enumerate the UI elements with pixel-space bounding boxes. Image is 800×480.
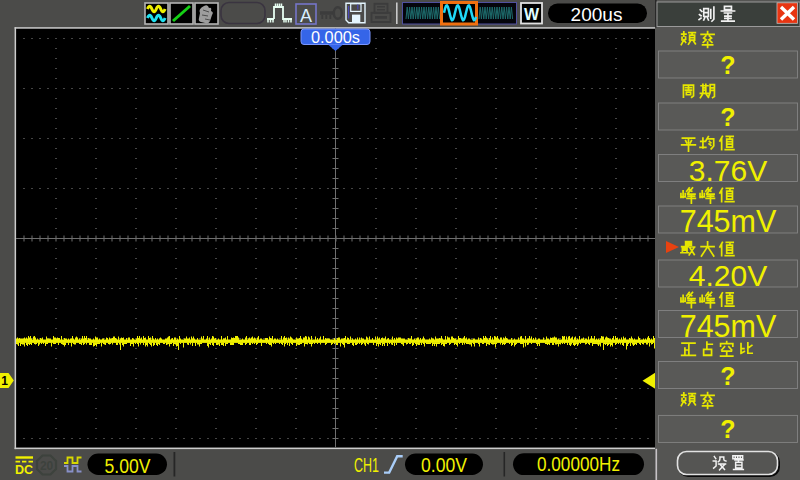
svg-text:745mV: 745mV [680, 309, 777, 343]
svg-text:A: A [300, 6, 312, 26]
svg-text:?: ? [720, 51, 735, 79]
svg-text:?: ? [720, 415, 735, 443]
svg-text:W: W [524, 6, 540, 23]
svg-text:?: ? [720, 362, 735, 390]
svg-text:745mV: 745mV [680, 204, 777, 238]
svg-text:3.76V: 3.76V [689, 154, 767, 187]
svg-text:0.000s: 0.000s [311, 29, 360, 46]
svg-text:200us: 200us [571, 4, 623, 25]
svg-text:1: 1 [1, 374, 8, 388]
svg-text:4.20V: 4.20V [689, 259, 767, 292]
svg-text:?: ? [720, 103, 735, 131]
